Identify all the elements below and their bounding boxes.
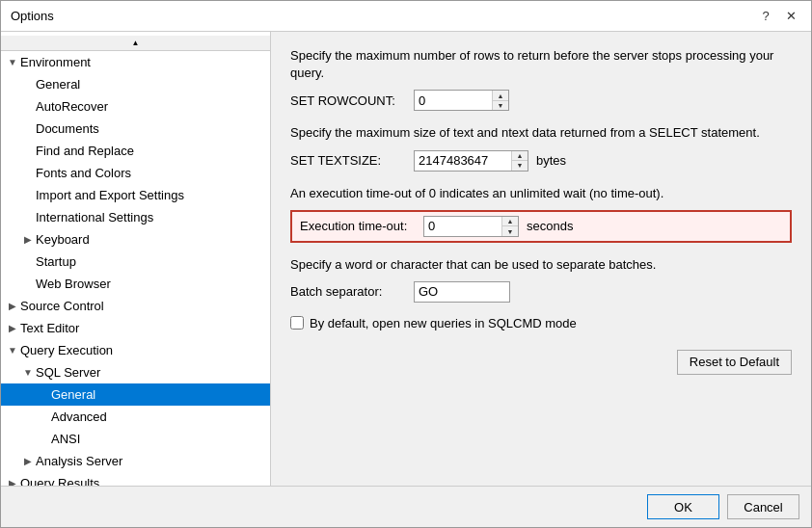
tree-label-import-export: Import and Export Settings: [36, 188, 266, 202]
tree-label-advanced: Advanced: [51, 409, 266, 424]
tree-arrow-environment: ▼: [5, 57, 20, 67]
tree-item-ansi[interactable]: ANSI: [1, 428, 270, 450]
tree-arrow-sql-server: ▼: [20, 367, 36, 378]
tree-arrow-text-editor: ▶: [5, 323, 20, 333]
timeout-units: seconds: [527, 219, 573, 233]
bottom-bar: OK Cancel: [1, 486, 811, 527]
tree-label-source-control: Source Control: [20, 299, 266, 313]
textsize-units: bytes: [536, 153, 566, 168]
help-button[interactable]: ?: [755, 6, 776, 27]
tree-label-sql-server: SQL Server: [36, 365, 266, 380]
tree-label-web-browser: Web Browser: [36, 277, 266, 291]
textsize-spinbox-buttons: ▲ ▼: [511, 151, 528, 171]
textsize-increment[interactable]: ▲: [512, 151, 528, 162]
tree-arrow-query-execution: ▼: [5, 345, 20, 356]
tree-item-keyboard[interactable]: ▶Keyboard: [1, 228, 270, 251]
reset-default-button[interactable]: Reset to Default: [677, 350, 792, 375]
tree-item-advanced[interactable]: Advanced: [1, 406, 270, 428]
tree-item-import-export[interactable]: Import and Export Settings: [1, 184, 270, 206]
timeout-decrement[interactable]: ▼: [502, 226, 518, 236]
tree-item-general-sql[interactable]: General: [1, 383, 270, 406]
tree-label-fonts-colors: Fonts and Colors: [36, 166, 266, 180]
tree-item-sql-server[interactable]: ▼SQL Server: [1, 361, 270, 383]
textsize-row: SET TEXTSIZE: ▲ ▼ bytes: [290, 150, 792, 172]
timeout-spinbox[interactable]: ▲ ▼: [423, 216, 519, 237]
tree-label-find-replace: Find and Replace: [36, 144, 266, 158]
tree-item-analysis-server[interactable]: ▶Analysis Server: [1, 450, 270, 472]
tree-item-international[interactable]: International Settings: [1, 206, 270, 228]
textsize-input[interactable]: [415, 151, 511, 171]
sqlcmd-label: By default, open new queries in SQLCMD m…: [310, 316, 577, 330]
batch-section: Specify a word or character that can be …: [290, 256, 792, 303]
rowcount-spinbox[interactable]: ▲ ▼: [414, 90, 509, 111]
tree-item-autorecover[interactable]: AutoRecover: [1, 95, 270, 118]
tree-label-general: General: [36, 77, 266, 92]
timeout-label: Execution time-out:: [300, 219, 416, 233]
rowcount-desc: Specify the maximum number of rows to re…: [290, 47, 792, 82]
tree-label-ansi: ANSI: [51, 432, 266, 446]
tree-item-environment[interactable]: ▼Environment: [1, 51, 270, 73]
tree-item-source-control[interactable]: ▶Source Control: [1, 295, 270, 317]
exec-timeout-row: Execution time-out: ▲ ▼ seconds: [290, 210, 792, 243]
tree-item-query-execution[interactable]: ▼Query Execution: [1, 339, 270, 361]
timeout-increment[interactable]: ▲: [502, 217, 518, 227]
tree-label-text-editor: Text Editor: [20, 321, 266, 335]
batch-label: Batch separator:: [290, 284, 406, 299]
settings-panel: Specify the maximum number of rows to re…: [271, 32, 811, 486]
tree-panel: ▲ ▼EnvironmentGeneralAutoRecoverDocument…: [1, 32, 271, 486]
rowcount-label: SET ROWCOUNT:: [290, 93, 406, 108]
rowcount-spinbox-buttons: ▲ ▼: [492, 91, 508, 110]
textsize-desc: Specify the maximum size of text and nte…: [290, 124, 792, 142]
scroll-up-btn[interactable]: ▲: [1, 36, 270, 51]
rowcount-section: Specify the maximum number of rows to re…: [290, 47, 792, 111]
tree-item-startup[interactable]: Startup: [1, 251, 270, 273]
batch-desc: Specify a word or character that can be …: [290, 256, 792, 274]
tree-item-documents[interactable]: Documents: [1, 118, 270, 140]
rowcount-decrement[interactable]: ▼: [493, 101, 508, 111]
batch-row: Batch separator:: [290, 281, 792, 303]
tree-arrow-query-results: ▶: [5, 478, 20, 486]
timeout-spinbox-buttons: ▲ ▼: [501, 217, 518, 236]
tree-container: ▼EnvironmentGeneralAutoRecoverDocumentsF…: [1, 51, 270, 486]
tree-item-query-results[interactable]: ▶Query Results: [1, 472, 270, 486]
ok-button[interactable]: OK: [647, 494, 719, 519]
tree-item-find-replace[interactable]: Find and Replace: [1, 140, 270, 162]
rowcount-row: SET ROWCOUNT: ▲ ▼: [290, 90, 792, 111]
tree-arrow-keyboard: ▶: [20, 234, 36, 245]
title-buttons: ? ✕: [755, 6, 801, 27]
tree-label-documents: Documents: [36, 121, 266, 136]
timeout-input[interactable]: [424, 217, 501, 236]
timeout-desc: An execution time-out of 0 indicates an …: [290, 185, 792, 202]
tree-item-web-browser[interactable]: Web Browser: [1, 273, 270, 295]
tree-label-keyboard: Keyboard: [36, 232, 266, 247]
rowcount-input[interactable]: [415, 91, 492, 110]
tree-label-international: International Settings: [36, 210, 266, 224]
tree-item-text-editor[interactable]: ▶Text Editor: [1, 317, 270, 339]
tree-item-fonts-colors[interactable]: Fonts and Colors: [1, 162, 270, 184]
tree-label-autorecover: AutoRecover: [36, 99, 266, 114]
tree-label-query-execution: Query Execution: [20, 343, 266, 357]
rowcount-increment[interactable]: ▲: [493, 91, 508, 101]
cancel-button[interactable]: Cancel: [727, 494, 799, 519]
textsize-label: SET TEXTSIZE:: [290, 153, 406, 168]
tree-label-environment: Environment: [20, 55, 266, 69]
textsize-section: Specify the maximum size of text and nte…: [290, 124, 792, 171]
sqlcmd-row: By default, open new queries in SQLCMD m…: [290, 316, 792, 330]
tree-label-query-results: Query Results: [20, 476, 266, 486]
textsize-spinbox[interactable]: ▲ ▼: [414, 150, 528, 172]
options-dialog: Options ? ✕ ▲ ▼EnvironmentGeneralAutoRec…: [0, 0, 812, 528]
dialog-title: Options: [11, 9, 54, 23]
sqlcmd-checkbox[interactable]: [290, 316, 304, 330]
batch-input[interactable]: [414, 281, 510, 303]
tree-item-general[interactable]: General: [1, 73, 270, 95]
close-button[interactable]: ✕: [780, 6, 801, 27]
tree-label-startup: Startup: [36, 254, 266, 269]
title-bar: Options ? ✕: [1, 1, 811, 32]
content-area: ▲ ▼EnvironmentGeneralAutoRecoverDocument…: [1, 32, 811, 486]
textsize-decrement[interactable]: ▼: [512, 161, 528, 171]
timeout-section: An execution time-out of 0 indicates an …: [290, 185, 792, 243]
tree-label-general-sql: General: [51, 387, 266, 402]
tree-arrow-analysis-server: ▶: [20, 456, 36, 466]
tree-arrow-source-control: ▶: [5, 301, 20, 311]
tree-label-analysis-server: Analysis Server: [36, 454, 266, 468]
